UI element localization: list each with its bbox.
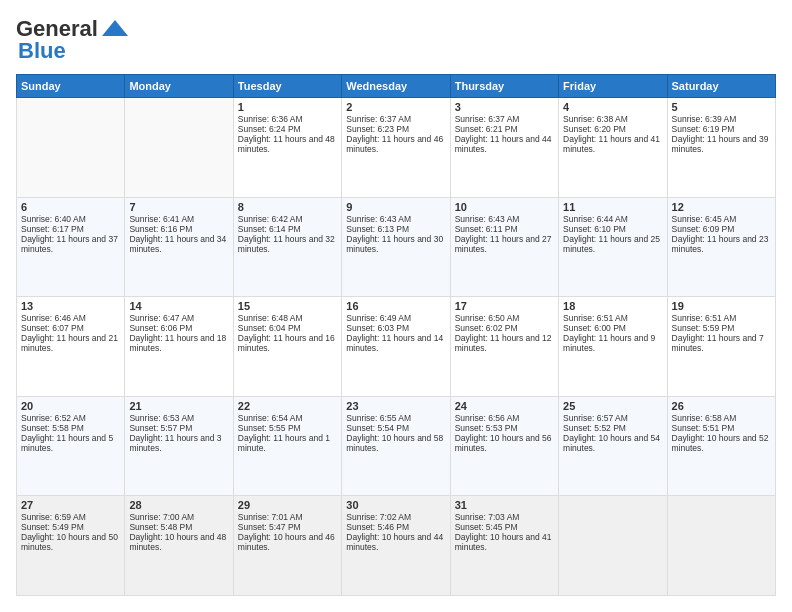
day-number: 1 xyxy=(238,101,337,113)
day-number: 20 xyxy=(21,400,120,412)
daylight: Daylight: 11 hours and 7 minutes. xyxy=(672,333,771,353)
logo-blue: Blue xyxy=(18,38,66,64)
sunrise: Sunrise: 7:00 AM xyxy=(129,512,228,522)
sunrise: Sunrise: 6:43 AM xyxy=(455,214,554,224)
day-number: 7 xyxy=(129,201,228,213)
sunset: Sunset: 5:49 PM xyxy=(21,522,120,532)
sunrise: Sunrise: 6:37 AM xyxy=(455,114,554,124)
daylight: Daylight: 11 hours and 16 minutes. xyxy=(238,333,337,353)
daylight: Daylight: 10 hours and 50 minutes. xyxy=(21,532,120,552)
sunset: Sunset: 5:52 PM xyxy=(563,423,662,433)
daylight: Daylight: 10 hours and 54 minutes. xyxy=(563,433,662,453)
calendar-cell: 12Sunrise: 6:45 AMSunset: 6:09 PMDayligh… xyxy=(667,197,775,297)
calendar-cell xyxy=(667,496,775,596)
daylight: Daylight: 10 hours and 41 minutes. xyxy=(455,532,554,552)
sunset: Sunset: 6:11 PM xyxy=(455,224,554,234)
calendar-cell xyxy=(125,98,233,198)
weekday-header-row: SundayMondayTuesdayWednesdayThursdayFrid… xyxy=(17,75,776,98)
daylight: Daylight: 11 hours and 25 minutes. xyxy=(563,234,662,254)
calendar-cell: 31Sunrise: 7:03 AMSunset: 5:45 PMDayligh… xyxy=(450,496,558,596)
sunrise: Sunrise: 6:46 AM xyxy=(21,313,120,323)
daylight: Daylight: 11 hours and 1 minute. xyxy=(238,433,337,453)
day-number: 29 xyxy=(238,499,337,511)
calendar-cell: 17Sunrise: 6:50 AMSunset: 6:02 PMDayligh… xyxy=(450,297,558,397)
daylight: Daylight: 11 hours and 46 minutes. xyxy=(346,134,445,154)
sunrise: Sunrise: 7:01 AM xyxy=(238,512,337,522)
weekday-header-tuesday: Tuesday xyxy=(233,75,341,98)
calendar-cell: 11Sunrise: 6:44 AMSunset: 6:10 PMDayligh… xyxy=(559,197,667,297)
calendar-cell: 16Sunrise: 6:49 AMSunset: 6:03 PMDayligh… xyxy=(342,297,450,397)
day-number: 27 xyxy=(21,499,120,511)
day-number: 14 xyxy=(129,300,228,312)
calendar-cell: 27Sunrise: 6:59 AMSunset: 5:49 PMDayligh… xyxy=(17,496,125,596)
sunrise: Sunrise: 6:37 AM xyxy=(346,114,445,124)
day-number: 30 xyxy=(346,499,445,511)
day-number: 5 xyxy=(672,101,771,113)
day-number: 10 xyxy=(455,201,554,213)
daylight: Daylight: 11 hours and 32 minutes. xyxy=(238,234,337,254)
sunrise: Sunrise: 6:56 AM xyxy=(455,413,554,423)
calendar-table: SundayMondayTuesdayWednesdayThursdayFrid… xyxy=(16,74,776,596)
weekday-header-thursday: Thursday xyxy=(450,75,558,98)
sunset: Sunset: 6:03 PM xyxy=(346,323,445,333)
sunset: Sunset: 6:16 PM xyxy=(129,224,228,234)
weekday-header-wednesday: Wednesday xyxy=(342,75,450,98)
day-number: 16 xyxy=(346,300,445,312)
calendar-cell: 25Sunrise: 6:57 AMSunset: 5:52 PMDayligh… xyxy=(559,396,667,496)
calendar-cell: 19Sunrise: 6:51 AMSunset: 5:59 PMDayligh… xyxy=(667,297,775,397)
weekday-header-saturday: Saturday xyxy=(667,75,775,98)
sunset: Sunset: 5:57 PM xyxy=(129,423,228,433)
calendar-cell: 22Sunrise: 6:54 AMSunset: 5:55 PMDayligh… xyxy=(233,396,341,496)
day-number: 6 xyxy=(21,201,120,213)
sunset: Sunset: 6:20 PM xyxy=(563,124,662,134)
daylight: Daylight: 11 hours and 44 minutes. xyxy=(455,134,554,154)
week-row-3: 13Sunrise: 6:46 AMSunset: 6:07 PMDayligh… xyxy=(17,297,776,397)
day-number: 19 xyxy=(672,300,771,312)
day-number: 8 xyxy=(238,201,337,213)
svg-marker-0 xyxy=(102,20,128,36)
day-number: 23 xyxy=(346,400,445,412)
daylight: Daylight: 10 hours and 52 minutes. xyxy=(672,433,771,453)
sunrise: Sunrise: 6:42 AM xyxy=(238,214,337,224)
calendar-cell: 21Sunrise: 6:53 AMSunset: 5:57 PMDayligh… xyxy=(125,396,233,496)
calendar-cell: 14Sunrise: 6:47 AMSunset: 6:06 PMDayligh… xyxy=(125,297,233,397)
sunset: Sunset: 6:24 PM xyxy=(238,124,337,134)
calendar-cell: 2Sunrise: 6:37 AMSunset: 6:23 PMDaylight… xyxy=(342,98,450,198)
day-number: 31 xyxy=(455,499,554,511)
day-number: 15 xyxy=(238,300,337,312)
sunrise: Sunrise: 6:53 AM xyxy=(129,413,228,423)
week-row-5: 27Sunrise: 6:59 AMSunset: 5:49 PMDayligh… xyxy=(17,496,776,596)
day-number: 25 xyxy=(563,400,662,412)
week-row-2: 6Sunrise: 6:40 AMSunset: 6:17 PMDaylight… xyxy=(17,197,776,297)
calendar-cell: 20Sunrise: 6:52 AMSunset: 5:58 PMDayligh… xyxy=(17,396,125,496)
daylight: Daylight: 11 hours and 41 minutes. xyxy=(563,134,662,154)
weekday-header-friday: Friday xyxy=(559,75,667,98)
day-number: 2 xyxy=(346,101,445,113)
daylight: Daylight: 11 hours and 48 minutes. xyxy=(238,134,337,154)
daylight: Daylight: 10 hours and 44 minutes. xyxy=(346,532,445,552)
daylight: Daylight: 11 hours and 12 minutes. xyxy=(455,333,554,353)
sunrise: Sunrise: 6:58 AM xyxy=(672,413,771,423)
day-number: 9 xyxy=(346,201,445,213)
sunset: Sunset: 6:06 PM xyxy=(129,323,228,333)
sunset: Sunset: 6:14 PM xyxy=(238,224,337,234)
sunset: Sunset: 5:53 PM xyxy=(455,423,554,433)
day-number: 18 xyxy=(563,300,662,312)
daylight: Daylight: 11 hours and 34 minutes. xyxy=(129,234,228,254)
sunrise: Sunrise: 6:49 AM xyxy=(346,313,445,323)
calendar-cell: 13Sunrise: 6:46 AMSunset: 6:07 PMDayligh… xyxy=(17,297,125,397)
daylight: Daylight: 10 hours and 58 minutes. xyxy=(346,433,445,453)
calendar-cell: 3Sunrise: 6:37 AMSunset: 6:21 PMDaylight… xyxy=(450,98,558,198)
daylight: Daylight: 11 hours and 9 minutes. xyxy=(563,333,662,353)
calendar-cell: 18Sunrise: 6:51 AMSunset: 6:00 PMDayligh… xyxy=(559,297,667,397)
calendar-cell: 7Sunrise: 6:41 AMSunset: 6:16 PMDaylight… xyxy=(125,197,233,297)
day-number: 24 xyxy=(455,400,554,412)
daylight: Daylight: 11 hours and 5 minutes. xyxy=(21,433,120,453)
sunset: Sunset: 6:21 PM xyxy=(455,124,554,134)
sunrise: Sunrise: 6:38 AM xyxy=(563,114,662,124)
daylight: Daylight: 11 hours and 39 minutes. xyxy=(672,134,771,154)
day-number: 21 xyxy=(129,400,228,412)
calendar-cell: 28Sunrise: 7:00 AMSunset: 5:48 PMDayligh… xyxy=(125,496,233,596)
sunrise: Sunrise: 6:52 AM xyxy=(21,413,120,423)
logo-icon xyxy=(100,18,130,40)
